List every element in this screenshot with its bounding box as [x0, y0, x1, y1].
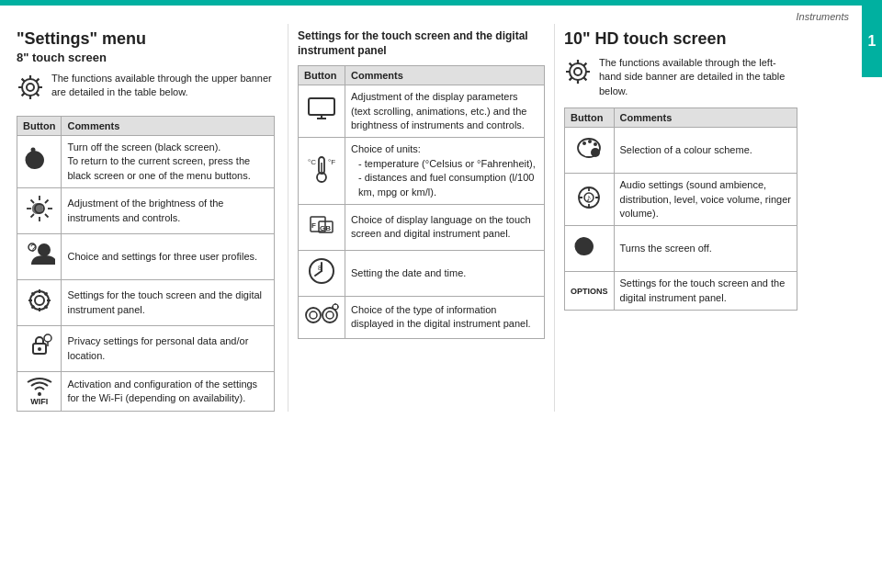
icon-cell: [299, 296, 345, 338]
table-row: ? Choice and settings for three user pro…: [17, 234, 275, 280]
table-row: Selection of a colour scheme.: [565, 128, 797, 174]
svg-point-52: [594, 142, 597, 146]
row6-comment: Activation and configuration of the sett…: [62, 372, 275, 412]
left-table-header-comments: Comments: [62, 117, 275, 136]
main-content: "Settings" menu 8" touch screen The func…: [0, 24, 882, 412]
svg-line-35: [315, 271, 322, 276]
right-settings-table: Button Comments: [564, 107, 797, 311]
svg-point-15: [35, 296, 44, 305]
wifi-icon: WIFI: [23, 377, 55, 406]
units-icon: °C °F: [304, 153, 339, 189]
brightness-icon: [23, 193, 55, 229]
row1-comment: Turn off the screen (black screen).To re…: [62, 136, 275, 188]
mid-row2-comment: Choice of units: temperature (°Celsius o…: [345, 138, 545, 205]
table-row: Adjustment of the display parameters (te…: [299, 85, 545, 138]
mid-row5-comment: Choice of the type of information displa…: [345, 296, 545, 338]
audio-settings-icon: ♪: [571, 182, 608, 218]
icon-cell: WIFI: [17, 372, 62, 412]
table-row: F GB Choice of display language on the t…: [299, 204, 545, 250]
left-column: "Settings" menu 8" touch screen The func…: [17, 24, 288, 412]
table-row: ♪ Audio settings (sound ambience, distri…: [565, 174, 797, 226]
middle-column: Settings for the touch screen and the di…: [288, 24, 554, 412]
table-row: OPTIONS Settings for the touch screen an…: [565, 272, 797, 311]
icon-cell: F GB: [299, 204, 345, 250]
left-table-header-button: Button: [17, 117, 62, 136]
options-button-icon: OPTIONS: [571, 287, 608, 296]
right-row2-comment: Audio settings (sound ambience, distribu…: [614, 174, 797, 226]
icon-cell: [565, 226, 615, 272]
page-number: 1: [862, 6, 882, 77]
left-settings-table: Button Comments Turn off th: [17, 116, 275, 412]
svg-text:?: ?: [30, 243, 36, 254]
row4-comment: Settings for the touch screen and the di…: [62, 280, 275, 326]
svg-line-11: [30, 214, 34, 218]
svg-rect-21: [309, 98, 334, 115]
icon-cell: ?: [17, 234, 62, 280]
right-intro-row: The functions available through the left…: [564, 56, 797, 98]
right-section-title: 10" HD touch screen: [564, 29, 797, 49]
icon-cell: ♪: [565, 174, 615, 226]
table-row: Privacy settings for personal data and/o…: [17, 326, 275, 372]
icon-cell: [17, 326, 62, 372]
svg-text:GB: GB: [320, 224, 331, 232]
row3-comment: Choice and settings for three user profi…: [62, 234, 275, 280]
svg-point-0: [27, 84, 34, 91]
svg-point-19: [44, 334, 51, 342]
icon-cell: [17, 280, 62, 326]
icon-cell: [565, 128, 615, 174]
icon-cell: [17, 188, 62, 234]
left-intro-row: The functions available through the uppe…: [17, 72, 275, 107]
right-row1-comment: Selection of a colour scheme.: [614, 128, 797, 174]
right-table-header-comments: Comments: [614, 108, 797, 128]
svg-point-16: [30, 291, 49, 310]
mid-row4-comment: Setting the date and time.: [345, 250, 545, 296]
left-section-subtitle: 8" touch screen: [17, 51, 275, 64]
svg-point-12: [38, 243, 51, 256]
svg-text:8: 8: [318, 265, 322, 271]
mid-table-header-button: Button: [299, 66, 345, 85]
table-row: Adjustment of the brightness of the inst…: [17, 188, 275, 234]
datetime-icon: 8: [304, 255, 339, 291]
svg-text:♪: ♪: [586, 192, 592, 203]
icon-cell: [299, 85, 345, 138]
screen-off-icon: [571, 231, 608, 266]
language-icon: F GB: [304, 209, 339, 245]
right-intro-text: The functions available through the left…: [599, 56, 797, 98]
svg-point-38: [310, 311, 317, 319]
icon-cell: [17, 136, 62, 188]
table-row: Turn off the screen (black screen).To re…: [17, 136, 275, 188]
table-row: WIFI Activation and configuration of the…: [17, 372, 275, 412]
settings-touch-icon: [23, 285, 55, 321]
svg-point-37: [306, 308, 321, 322]
svg-point-47: [570, 63, 586, 80]
svg-point-46: [574, 68, 582, 75]
mid-table-header-comments: Comments: [345, 66, 545, 85]
gear-icon: [17, 74, 44, 107]
wifi-label: WIFI: [30, 397, 48, 406]
left-section-title: "Settings" menu: [17, 29, 275, 49]
svg-text:°C: °C: [308, 158, 316, 166]
svg-point-49: [591, 148, 600, 157]
svg-point-40: [326, 311, 334, 319]
icon-cell: °C °F: [299, 138, 345, 205]
svg-point-2: [30, 147, 35, 152]
table-row: 8 Setting the date and time.: [299, 250, 545, 296]
right-gear-icon: [564, 58, 592, 91]
moon-star-icon: [24, 144, 55, 180]
right-table-header-button: Button: [565, 108, 615, 128]
icon-cell: 8: [299, 250, 345, 296]
profile-icon: ?: [23, 239, 55, 275]
svg-point-50: [582, 141, 586, 145]
mid-settings-table: Button Comments: [298, 65, 545, 339]
svg-text:F: F: [311, 221, 316, 230]
palette-icon: [571, 132, 608, 168]
mid-row3-comment: Choice of display language on the touch …: [345, 204, 545, 250]
left-intro-text: The functions available through the uppe…: [51, 72, 275, 100]
row2-comment: Adjustment of the brightness of the inst…: [62, 188, 275, 234]
svg-line-10: [45, 200, 49, 204]
mid-section-header: Settings for the touch screen and the di…: [298, 29, 545, 58]
table-row: Turns the screen off.: [565, 226, 797, 272]
instrument-display-icon: [304, 301, 339, 334]
svg-point-51: [588, 140, 592, 143]
svg-text:°F: °F: [328, 158, 335, 166]
